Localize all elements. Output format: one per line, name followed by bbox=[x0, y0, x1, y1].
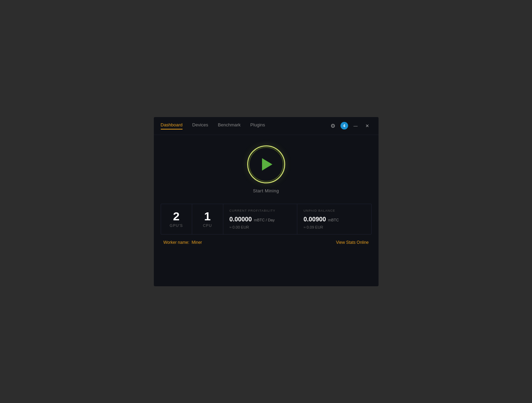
close-button[interactable] bbox=[363, 122, 372, 130]
balance-value: 0.00900 bbox=[304, 216, 326, 223]
worker-name-display: Worker name: Miner bbox=[164, 240, 202, 245]
tab-devices[interactable]: Devices bbox=[192, 122, 208, 129]
main-content: Start Mining 2 GPU'S 1 CPU CURRENT PROFI… bbox=[154, 135, 379, 286]
worker-name-value: Miner bbox=[192, 240, 202, 245]
balance-section: UNPAID BALANCE 0.00900 mBTC ≈ 0.09 EUR bbox=[297, 204, 371, 234]
gpu-label: GPU'S bbox=[170, 223, 183, 228]
profitability-eur: ≈ 0.00 EUR bbox=[230, 225, 291, 229]
gpu-count: 2 bbox=[173, 210, 180, 222]
start-mining-button[interactable] bbox=[247, 145, 285, 183]
profitability-unit: mBTC / Day bbox=[254, 218, 275, 222]
cpu-stat-cell: 1 CPU bbox=[192, 204, 223, 234]
minimize-button[interactable] bbox=[352, 122, 360, 130]
footer: Worker name: Miner View Stats Online bbox=[161, 240, 372, 245]
notification-badge[interactable]: 4 bbox=[340, 122, 348, 129]
gear-icon bbox=[330, 123, 335, 129]
settings-button[interactable] bbox=[329, 122, 337, 130]
play-icon bbox=[262, 158, 272, 171]
nav-tabs: Dashboard Devices Benchmark Plugins bbox=[161, 122, 329, 129]
stats-row: 2 GPU'S 1 CPU CURRENT PROFITABILITY 0.00… bbox=[161, 204, 372, 234]
gpu-stat-cell: 2 GPU'S bbox=[161, 204, 192, 234]
balance-label: UNPAID BALANCE bbox=[304, 209, 365, 212]
cpu-count: 1 bbox=[204, 210, 211, 222]
nav-bar: Dashboard Devices Benchmark Plugins 4 bbox=[154, 117, 379, 135]
cpu-label: CPU bbox=[203, 223, 212, 228]
minimize-icon bbox=[354, 123, 358, 129]
profitability-value: 0.00000 bbox=[230, 216, 252, 223]
tab-benchmark[interactable]: Benchmark bbox=[218, 122, 241, 129]
nav-controls: 4 bbox=[329, 122, 372, 130]
balance-eur: ≈ 0.09 EUR bbox=[304, 225, 365, 229]
view-stats-link[interactable]: View Stats Online bbox=[336, 240, 369, 245]
profitability-label: CURRENT PROFITABILITY bbox=[230, 209, 291, 212]
profitability-section: CURRENT PROFITABILITY 0.00000 mBTC / Day… bbox=[223, 204, 298, 234]
app-window: Dashboard Devices Benchmark Plugins 4 St… bbox=[154, 117, 379, 286]
tab-dashboard[interactable]: Dashboard bbox=[161, 122, 183, 129]
close-icon bbox=[365, 123, 369, 129]
start-mining-label: Start Mining bbox=[253, 188, 279, 193]
balance-unit: mBTC bbox=[328, 218, 339, 222]
tab-plugins[interactable]: Plugins bbox=[250, 122, 265, 129]
worker-name-label: Worker name: bbox=[164, 240, 189, 245]
play-button-wrapper: Start Mining bbox=[247, 145, 285, 193]
